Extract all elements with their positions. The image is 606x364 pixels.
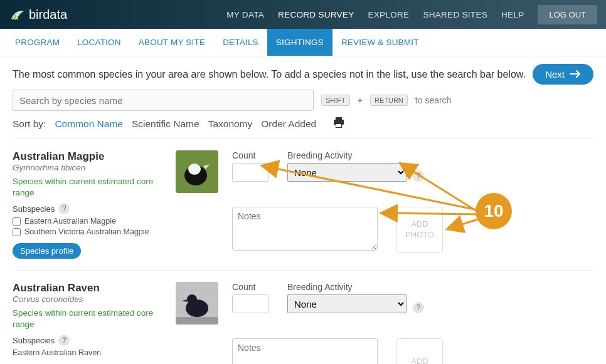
svg-rect-3 [336,117,342,120]
count-input[interactable] [232,294,268,313]
species-thumbnail[interactable] [176,150,218,193]
species-common-name: Australian Raven [13,282,163,294]
nav-mydata[interactable]: MY DATA [226,10,264,19]
species-list[interactable]: Australian Magpie Gymnorhina tibicen Spe… [13,138,593,364]
nav-shared-sites[interactable]: SHARED SITES [423,10,487,19]
next-label: Next [545,69,565,80]
svg-point-9 [188,164,201,175]
species-range-note: Species within current estimated core ra… [13,176,163,198]
help-icon[interactable]: ? [58,203,70,214]
subspecies-checkbox-row[interactable]: Southern Victoria Australian Magpie [13,227,163,236]
content-area: The most common species in your area are… [0,56,606,364]
subspecies-label: Subspecies [13,204,55,214]
sort-scientific-name[interactable]: Scientific Name [132,118,199,130]
count-label: Count [232,282,268,292]
logout-button[interactable]: LOG OUT [538,5,597,24]
sort-order-added[interactable]: Order Added [261,118,316,130]
tab-details[interactable]: DETAILS [214,29,267,56]
svg-rect-1 [14,14,16,20]
top-nav: MY DATA RECORD SURVEY EXPLORE SHARED SIT… [226,5,597,24]
tab-about-my-site[interactable]: ABOUT MY SITE [130,29,214,56]
notes-textarea[interactable] [232,338,378,364]
species-card: Australian Magpie Gymnorhina tibicen Spe… [13,139,593,271]
tab-sightings[interactable]: SIGHTINGS [267,29,332,56]
breeding-select[interactable]: None [287,163,407,182]
species-common-name: Australian Magpie [13,150,163,163]
sort-label: Sort by: [13,118,46,130]
kbd-shift: SHIFT [321,95,350,106]
subspecies-name: Southern Victoria Australian Magpie [24,227,149,236]
species-range-note: Species within current estimated core ra… [13,308,163,330]
subspecies-name: Eastern Australian Magpie [24,217,116,226]
kbd-return: RETURN [370,95,408,106]
subspecies-checkbox-row[interactable]: Eastern Australian Raven [13,348,163,357]
subspecies-name: Eastern Australian Raven [13,348,101,357]
svg-rect-13 [176,317,218,325]
sort-taxonomy[interactable]: Taxonomy [208,118,253,130]
brand-name: birdata [29,8,67,22]
topbar: birdata MY DATA RECORD SURVEY EXPLORE SH… [0,0,606,29]
svg-rect-6 [336,124,341,127]
print-icon[interactable] [332,117,345,131]
help-icon[interactable]: ? [413,302,424,313]
subspecies-label: Subspecies [13,336,55,345]
search-hint: to search [415,95,452,105]
notes-textarea[interactable] [232,207,378,251]
survey-tabs: PROGRAM LOCATION ABOUT MY SITE DETAILS S… [0,29,606,56]
subspecies-checkbox[interactable] [13,228,21,236]
count-label: Count [232,150,268,160]
subspecies-checkbox[interactable] [13,217,21,226]
help-icon[interactable]: ? [413,170,424,182]
tab-program[interactable]: PROGRAM [6,29,68,56]
breeding-label: Breeding Activity [287,282,424,292]
svg-rect-0 [12,16,13,20]
nav-explore[interactable]: EXPLORE [368,10,410,19]
nav-record-survey[interactable]: RECORD SURVEY [278,10,354,19]
bird-logo-icon [9,6,25,23]
next-button[interactable]: Next [533,64,593,85]
species-search-input[interactable] [13,90,314,111]
tab-location[interactable]: LOCATION [68,29,130,56]
breeding-label: Breeding Activity [287,150,424,160]
nav-help[interactable]: HELP [501,10,524,19]
add-photo-button[interactable]: ADD PHOTO [396,207,443,253]
species-thumbnail[interactable] [176,282,218,325]
brand-logo[interactable]: birdata [9,6,67,23]
kbd-plus: + [358,95,363,105]
breeding-select[interactable]: None [287,294,407,313]
intro-text: The most common species in your area are… [13,69,526,80]
species-scientific-name: Gymnorhina tibicen [13,163,163,172]
subspecies-checkbox-row[interactable]: Eastern Australian Magpie [13,217,163,226]
count-input[interactable] [232,163,268,182]
svg-rect-2 [17,16,18,20]
species-card: Australian Raven Corvus coronoides Speci… [13,271,593,364]
species-profile-button[interactable]: Species profile [13,243,81,259]
help-icon[interactable]: ? [58,335,70,346]
add-photo-button[interactable]: ADD [396,338,443,364]
arrow-right-icon [570,69,581,80]
species-scientific-name: Corvus coronoides [13,294,163,304]
sort-common-name[interactable]: Common Name [55,118,123,130]
tab-review-submit[interactable]: REVIEW & SUBMIT [332,29,428,56]
svg-point-12 [187,294,197,304]
